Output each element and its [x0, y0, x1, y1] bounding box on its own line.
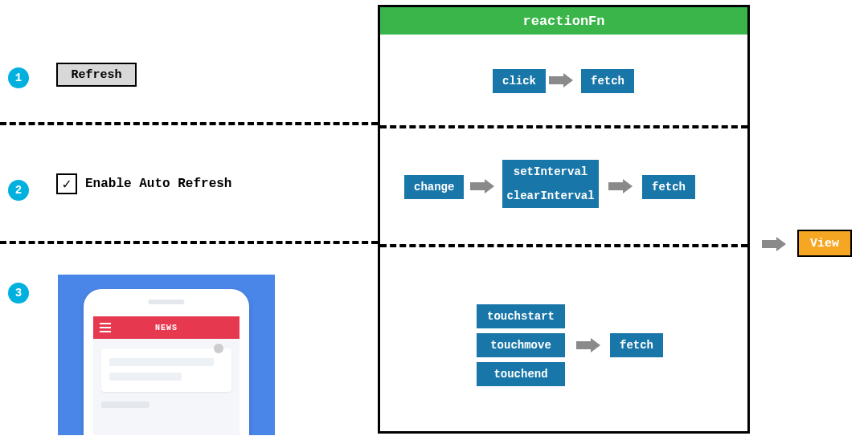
event-pill-touchmove: touchmove — [477, 333, 565, 357]
arrow-right-icon — [608, 179, 633, 194]
arrow-right-icon — [576, 338, 600, 352]
action-pill-fetch: fetch — [642, 175, 695, 199]
reaction-fn-box: reactionFn click fetch change setInterva… — [378, 5, 750, 434]
diagram-canvas: 1 2 3 Refresh ✓ Enable Auto Refresh NEWS — [0, 0, 868, 440]
auto-refresh-checkbox[interactable]: ✓ Enable Auto Refresh — [56, 173, 231, 194]
event-pill-click: click — [493, 69, 546, 93]
reaction-fn-header: reactionFn — [380, 7, 747, 35]
action-pill-clearinterval: clearInterval — [502, 184, 599, 208]
refresh-button[interactable]: Refresh — [56, 63, 137, 87]
step-badge-3: 3 — [8, 283, 29, 304]
phone-screen: NEWS — [93, 316, 240, 435]
row-divider — [380, 125, 747, 128]
news-card — [101, 348, 231, 392]
phone-mockup: NEWS — [58, 275, 275, 435]
hamburger-icon — [100, 323, 111, 332]
news-label: NEWS — [155, 324, 178, 332]
event-pill-touchstart: touchstart — [477, 304, 565, 328]
skeleton-line — [101, 401, 149, 408]
action-pill-fetch: fetch — [581, 69, 634, 93]
arrow-right-icon — [470, 179, 494, 194]
checkbox-box[interactable]: ✓ — [56, 173, 77, 194]
step-badge-1: 1 — [8, 67, 29, 88]
action-pill-fetch: fetch — [610, 333, 663, 357]
arrow-right-icon — [762, 237, 786, 251]
row-divider — [0, 241, 378, 244]
view-box: View — [797, 230, 852, 257]
phone-speaker — [149, 299, 185, 304]
arrow-right-icon — [549, 73, 573, 88]
skeleton-line — [109, 373, 182, 381]
event-pill-touchend: touchend — [477, 362, 565, 386]
action-pill-setinterval: setInterval — [502, 160, 599, 185]
checkbox-label: Enable Auto Refresh — [85, 177, 231, 191]
event-pill-change: change — [404, 175, 464, 199]
row-divider — [0, 122, 378, 125]
phone-body: NEWS — [84, 289, 249, 435]
news-header-bar: NEWS — [93, 316, 240, 339]
skeleton-line — [109, 358, 214, 366]
card-dot-icon — [214, 344, 223, 353]
step-badge-2: 2 — [8, 180, 29, 201]
reaction-fn-body: click fetch change setInterval clearInte… — [380, 35, 747, 431]
row-divider — [380, 244, 747, 247]
